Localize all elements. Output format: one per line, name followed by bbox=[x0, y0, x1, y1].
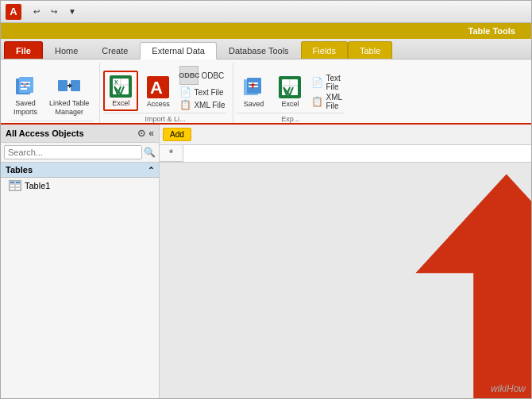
sidebar-expand-icon[interactable]: ⊙ bbox=[137, 128, 145, 139]
table-tools-label: Table Tools bbox=[468, 26, 516, 36]
app-icon: A bbox=[6, 4, 21, 20]
access-import-icon: A bbox=[145, 75, 171, 100]
import-items: Saved Imports Linked Table Manager bbox=[9, 63, 93, 121]
tab-external-data[interactable]: External Data bbox=[140, 42, 217, 59]
svg-text:A: A bbox=[150, 78, 163, 98]
linked-table-icon bbox=[56, 74, 82, 99]
datasheet-toolbar: Add bbox=[160, 125, 531, 145]
sidebar-header: All Access Objects ⊙ « bbox=[1, 125, 159, 143]
export-items: Saved Excel bbox=[237, 63, 344, 113]
main-area: All Access Objects ⊙ « 🔍 Tables ⌃ bbox=[1, 125, 531, 398]
access-import-label: Access bbox=[147, 100, 170, 109]
tab-create[interactable]: Create bbox=[90, 41, 140, 59]
title-bar: A ↩ ↪ ▼ bbox=[1, 1, 531, 23]
saved-export-label: Saved bbox=[244, 100, 264, 109]
svg-rect-5 bbox=[58, 80, 67, 91]
excel-export-button[interactable]: Excel bbox=[273, 72, 306, 111]
excel-import-icon: X bbox=[108, 74, 133, 99]
redo-button[interactable]: ↪ bbox=[47, 5, 61, 18]
excel-import-button[interactable]: X Excel bbox=[103, 71, 138, 111]
undo-redo-group: ↩ ↪ ▼ bbox=[29, 5, 80, 18]
excel-import-items: X Excel A Access bbox=[103, 63, 226, 113]
odbc-icon: ODBC bbox=[179, 66, 199, 85]
tab-table[interactable]: Table bbox=[348, 41, 392, 59]
tab-file[interactable]: File bbox=[4, 41, 43, 59]
main-window: A ↩ ↪ ▼ Table Tools File Home Create Ext… bbox=[0, 0, 532, 399]
tab-database-tools[interactable]: Database Tools bbox=[217, 41, 301, 59]
ribbon-group-export: Saved Excel bbox=[233, 63, 350, 123]
xml-file-icon: 📋 bbox=[179, 99, 191, 110]
arrow-overlay bbox=[160, 125, 531, 398]
list-item[interactable]: Table1 bbox=[1, 178, 159, 194]
tables-section-label: Tables bbox=[6, 165, 33, 175]
ribbon-group-import: Saved Imports Linked Table Manager bbox=[6, 63, 100, 123]
import-group-label bbox=[9, 121, 93, 123]
xml-file-export-icon: 📋 bbox=[311, 96, 323, 107]
svg-rect-4 bbox=[21, 88, 27, 90]
tables-chevron-icon: ⌃ bbox=[148, 166, 154, 175]
linked-table-label: Linked Table Manager bbox=[49, 99, 89, 117]
content-area: Add * bbox=[160, 125, 531, 398]
saved-imports-icon bbox=[13, 74, 38, 99]
sidebar: All Access Objects ⊙ « 🔍 Tables ⌃ bbox=[1, 125, 160, 398]
sidebar-header-icons: ⊙ « bbox=[137, 128, 154, 139]
saved-export-icon bbox=[241, 75, 266, 100]
export-group-label: Exp... bbox=[237, 113, 344, 123]
table-tools-bar: Table Tools bbox=[1, 23, 531, 39]
odbc-button[interactable]: ODBC ODBC bbox=[178, 65, 226, 86]
ribbon-group-excel-import: X Excel A Access bbox=[100, 63, 233, 123]
tables-section-header[interactable]: Tables ⌃ bbox=[1, 163, 159, 178]
undo-button[interactable]: ↩ bbox=[29, 5, 44, 18]
svg-marker-24 bbox=[415, 174, 531, 398]
grid-row: * bbox=[160, 145, 531, 163]
linked-table-manager-button[interactable]: Linked Table Manager bbox=[45, 71, 93, 119]
sidebar-title: All Access Objects bbox=[6, 129, 84, 138]
text-file-export-icon: 📄 bbox=[311, 77, 323, 88]
xml-file-export-button[interactable]: 📋 XML File bbox=[310, 92, 344, 111]
new-row-indicator: * bbox=[160, 145, 183, 162]
sidebar-search: 🔍 bbox=[1, 143, 159, 163]
access-import-button[interactable]: A Access bbox=[141, 72, 175, 111]
odbc-text-xml-col: ODBC ODBC 📄 Text File 📋 XML File bbox=[178, 65, 226, 111]
tab-fields[interactable]: Fields bbox=[301, 41, 348, 59]
xml-file-import-button[interactable]: 📋 XML File bbox=[178, 98, 226, 111]
excel-import-label: Excel bbox=[112, 99, 129, 108]
saved-export-button[interactable]: Saved bbox=[237, 72, 270, 111]
text-file-export-button[interactable]: 📄 Text File bbox=[310, 73, 344, 92]
search-button[interactable]: 🔍 bbox=[144, 147, 156, 158]
svg-text:X: X bbox=[114, 79, 118, 85]
search-input[interactable] bbox=[4, 145, 142, 159]
text-file-import-button[interactable]: 📄 Text File bbox=[178, 86, 226, 98]
saved-imports-label: Saved Imports bbox=[13, 99, 37, 117]
saved-imports-button[interactable]: Saved Imports bbox=[9, 71, 42, 119]
add-button[interactable]: Add bbox=[163, 128, 191, 141]
ribbon-content: Saved Imports Linked Table Manager bbox=[1, 59, 531, 125]
table-icon bbox=[9, 180, 21, 191]
text-file-icon: 📄 bbox=[179, 86, 191, 98]
import-li-label: Import & Li... bbox=[103, 113, 226, 123]
customize-button[interactable]: ▼ bbox=[64, 5, 80, 18]
text-xml-export-col: 📄 Text File 📋 XML File bbox=[310, 73, 344, 111]
tab-home[interactable]: Home bbox=[43, 41, 90, 59]
table1-label: Table1 bbox=[25, 181, 50, 190]
ribbon-tabs: File Home Create External Data Database … bbox=[1, 39, 531, 59]
sidebar-collapse-icon[interactable]: « bbox=[148, 128, 154, 139]
excel-export-label: Excel bbox=[281, 100, 299, 109]
wikihow-watermark: wikiHow bbox=[491, 383, 526, 394]
excel-export-icon bbox=[277, 75, 303, 100]
